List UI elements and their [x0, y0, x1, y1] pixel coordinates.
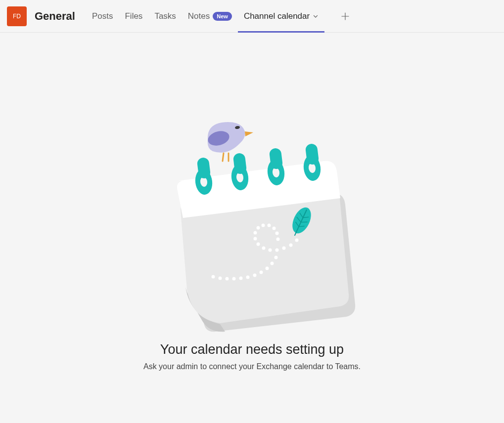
tab-tasks-label: Tasks [154, 11, 176, 21]
empty-state-title: Your calendar needs setting up [160, 342, 344, 357]
tab-notes-label: Notes [188, 11, 210, 21]
calendar-illustration [148, 122, 356, 339]
svg-point-30 [256, 243, 260, 246]
svg-point-44 [246, 276, 249, 279]
svg-point-49 [211, 275, 215, 279]
empty-state-subtitle: Ask your admin to connect your Exchange … [143, 362, 361, 371]
svg-point-45 [239, 277, 242, 280]
svg-point-33 [256, 226, 260, 230]
svg-point-40 [270, 262, 274, 265]
channel-name[interactable]: General [35, 10, 75, 23]
svg-line-12 [223, 153, 224, 161]
team-avatar-initials: FD [13, 13, 21, 20]
svg-point-37 [275, 232, 278, 235]
svg-point-32 [253, 231, 257, 235]
tab-posts[interactable]: Posts [86, 0, 119, 32]
team-avatar[interactable]: FD [7, 6, 27, 26]
new-badge: New [213, 12, 232, 21]
svg-point-34 [261, 224, 265, 227]
empty-state: Your calendar needs setting up Ask your … [0, 33, 504, 371]
tab-channel-calendar[interactable]: Channel calendar [238, 0, 324, 32]
tab-posts-label: Posts [92, 11, 113, 21]
add-tab-button[interactable] [335, 6, 355, 26]
tab-channel-calendar-label: Channel calendar [244, 11, 310, 21]
svg-point-24 [295, 239, 298, 242]
svg-point-28 [268, 249, 272, 252]
svg-point-36 [272, 227, 275, 230]
svg-point-41 [265, 267, 269, 270]
tabs: Posts Files Tasks Notes New Channel cale… [86, 0, 324, 32]
plus-icon [341, 12, 350, 21]
svg-point-26 [282, 247, 285, 250]
svg-point-39 [274, 256, 277, 259]
svg-point-43 [253, 274, 256, 277]
svg-point-42 [259, 271, 263, 274]
channel-header: FD General Posts Files Tasks Notes New C… [0, 0, 504, 33]
tab-tasks[interactable]: Tasks [148, 0, 182, 32]
tab-files-label: Files [125, 11, 142, 21]
svg-point-31 [253, 237, 257, 241]
svg-point-38 [276, 238, 279, 241]
tab-files[interactable]: Files [119, 0, 148, 32]
chevron-down-icon[interactable] [313, 13, 319, 19]
tab-notes[interactable]: Notes New [182, 0, 238, 32]
svg-point-35 [267, 224, 271, 227]
svg-point-29 [262, 247, 265, 250]
svg-point-47 [225, 277, 229, 281]
svg-point-25 [289, 244, 292, 247]
svg-point-48 [218, 277, 222, 280]
svg-point-27 [275, 249, 278, 252]
svg-point-46 [232, 277, 235, 281]
